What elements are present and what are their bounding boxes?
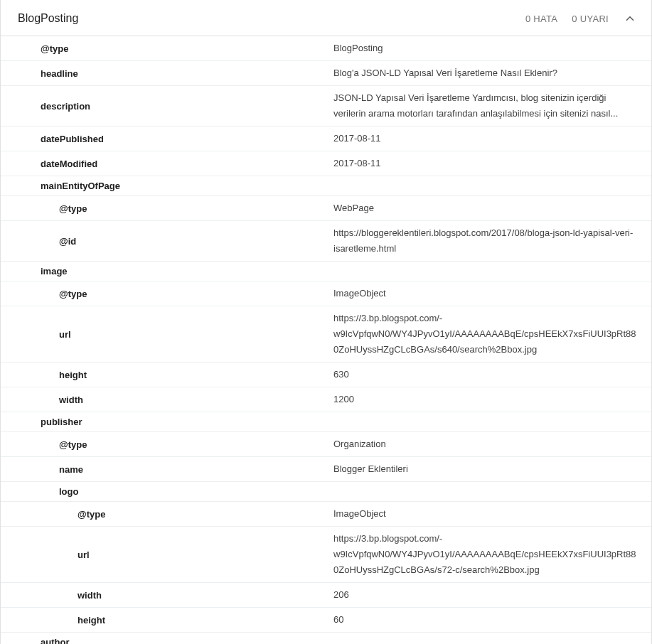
property-value: Blogger Eklentileri bbox=[333, 457, 651, 481]
panel-header[interactable]: BlogPosting 0 HATA 0 UYARI bbox=[1, 0, 651, 36]
property-rows: @typeBlogPostingheadlineBlog'a JSON-LD Y… bbox=[1, 36, 651, 644]
property-value bbox=[333, 488, 651, 496]
property-key: @id bbox=[1, 232, 333, 251]
warning-count: 0 UYARI bbox=[572, 14, 609, 24]
panel-stats: 0 HATA 0 UYARI bbox=[525, 11, 637, 26]
property-row[interactable]: width206 bbox=[1, 583, 651, 608]
property-row[interactable]: descriptionJSON-LD Yapısal Veri İşaretle… bbox=[1, 86, 651, 127]
property-row[interactable]: @idhttps://bloggereklentileri.blogspot.c… bbox=[1, 221, 651, 262]
property-value: Blog'a JSON-LD Yapısal Veri İşaretleme N… bbox=[333, 61, 651, 85]
property-key: headline bbox=[1, 64, 333, 83]
property-value bbox=[333, 418, 651, 426]
property-value bbox=[333, 267, 651, 276]
property-value: ImageObject bbox=[333, 281, 651, 306]
property-value: JSON-LD Yapısal Veri İşaretleme Yardımcı… bbox=[333, 86, 651, 126]
property-key: publisher bbox=[1, 412, 333, 431]
property-value: https://bloggereklentileri.blogspot.com/… bbox=[333, 221, 651, 261]
property-row[interactable]: logo bbox=[1, 482, 651, 502]
property-key: @type bbox=[1, 39, 333, 58]
property-key: logo bbox=[1, 482, 333, 501]
property-value: WebPage bbox=[333, 196, 651, 220]
property-row[interactable]: author bbox=[1, 633, 651, 644]
property-row[interactable]: headlineBlog'a JSON-LD Yapısal Veri İşar… bbox=[1, 61, 651, 86]
property-key: datePublished bbox=[1, 129, 333, 149]
property-row[interactable]: @typeWebPage bbox=[1, 196, 651, 221]
property-value: ImageObject bbox=[333, 502, 651, 526]
property-key: url bbox=[1, 325, 333, 344]
property-key: mainEntityOfPage bbox=[1, 176, 333, 195]
property-key: @type bbox=[1, 284, 333, 304]
property-value: BlogPosting bbox=[333, 36, 651, 60]
property-key: height bbox=[1, 611, 333, 630]
property-key: url bbox=[1, 545, 333, 564]
panel-title: BlogPosting bbox=[18, 12, 525, 25]
property-key: name bbox=[1, 460, 333, 479]
property-row[interactable]: height60 bbox=[1, 608, 651, 633]
property-row[interactable]: @typeImageObject bbox=[1, 281, 651, 306]
property-value: https://3.bp.blogspot.com/-w9IcVpfqwN0/W… bbox=[333, 527, 651, 582]
property-key: author bbox=[1, 633, 333, 644]
property-key: width bbox=[1, 390, 333, 409]
property-row[interactable]: mainEntityOfPage bbox=[1, 176, 651, 196]
property-row[interactable]: image bbox=[1, 262, 651, 281]
property-key: height bbox=[1, 365, 333, 385]
property-row[interactable]: @typeImageObject bbox=[1, 502, 651, 527]
property-key: width bbox=[1, 586, 333, 605]
property-value: 2017-08-11 bbox=[333, 127, 651, 151]
property-value: 60 bbox=[333, 608, 651, 632]
property-row[interactable]: datePublished2017-08-11 bbox=[1, 127, 651, 151]
property-value: 2017-08-11 bbox=[333, 151, 651, 176]
property-key: description bbox=[1, 97, 333, 116]
property-key: dateModified bbox=[1, 154, 333, 173]
property-row[interactable]: nameBlogger Eklentileri bbox=[1, 457, 651, 482]
structured-data-panel: BlogPosting 0 HATA 0 UYARI @typeBlogPost… bbox=[0, 0, 652, 644]
error-count: 0 HATA bbox=[525, 14, 557, 24]
property-value: 1200 bbox=[333, 387, 651, 412]
chevron-up-icon[interactable] bbox=[623, 11, 637, 26]
property-row[interactable]: width1200 bbox=[1, 387, 651, 412]
property-value bbox=[333, 638, 651, 645]
property-key: @type bbox=[1, 435, 333, 454]
property-value: 630 bbox=[333, 363, 651, 387]
property-value: 206 bbox=[333, 583, 651, 607]
property-row[interactable]: publisher bbox=[1, 412, 651, 432]
property-row[interactable]: height630 bbox=[1, 363, 651, 387]
property-row[interactable]: @typeOrganization bbox=[1, 432, 651, 457]
property-row[interactable]: urlhttps://3.bp.blogspot.com/-w9IcVpfqwN… bbox=[1, 306, 651, 363]
property-key: @type bbox=[1, 505, 333, 524]
property-value: Organization bbox=[333, 432, 651, 456]
property-value bbox=[333, 182, 651, 190]
property-key: @type bbox=[1, 199, 333, 218]
property-value: https://3.bp.blogspot.com/-w9IcVpfqwN0/W… bbox=[333, 306, 651, 362]
property-row[interactable]: @typeBlogPosting bbox=[1, 36, 651, 61]
property-key: image bbox=[1, 262, 333, 281]
property-row[interactable]: urlhttps://3.bp.blogspot.com/-w9IcVpfqwN… bbox=[1, 527, 651, 583]
property-row[interactable]: dateModified2017-08-11 bbox=[1, 151, 651, 176]
